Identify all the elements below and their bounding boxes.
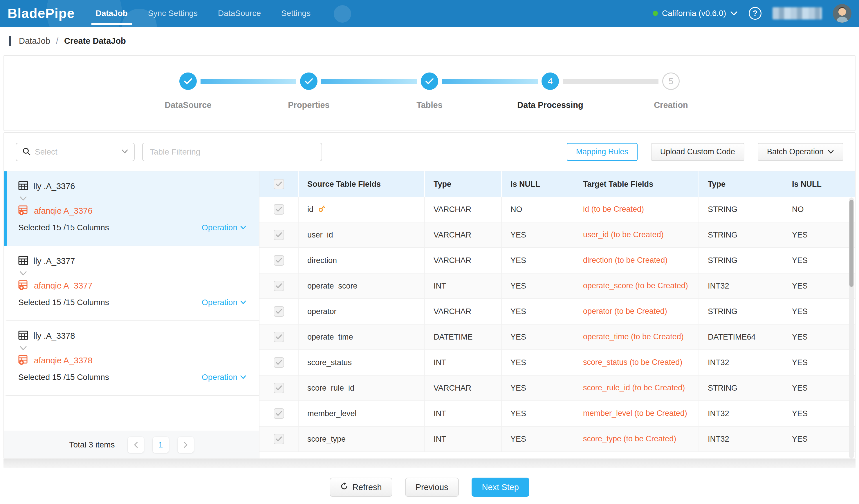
table-add-icon (18, 280, 29, 292)
nav-item-datajob[interactable]: DataJob (91, 0, 132, 27)
row-checkbox[interactable] (274, 332, 284, 342)
nav-decor-circle (334, 5, 351, 22)
table-list-item[interactable]: lly .A_3376 afanqie A_3376 Selected 15 /… (4, 171, 259, 246)
brand-logo[interactable]: BladePipe (7, 5, 75, 21)
previous-button[interactable]: Previous (405, 478, 459, 497)
operation-link[interactable]: Operation (202, 373, 246, 382)
nav-item-settings[interactable]: Settings (277, 0, 315, 27)
field-row: operate_time DATETIME YES operate_time (… (259, 325, 855, 350)
table-icon (18, 181, 28, 192)
target-field-type: STRING (699, 197, 783, 222)
prev-page-button[interactable] (128, 437, 144, 453)
help-icon[interactable]: ? (749, 7, 762, 20)
row-checkbox[interactable] (274, 230, 284, 240)
table-icon (18, 255, 28, 267)
expand-chevron-icon[interactable] (19, 196, 246, 202)
step-data-processing: 4 Data Processing (542, 73, 559, 90)
row-checkbox[interactable] (274, 255, 284, 266)
operation-link[interactable]: Operation (202, 223, 246, 232)
blurred-username (772, 7, 822, 19)
target-field-name: user_id (to be Created) (574, 222, 699, 247)
selected-columns-label: Selected 15 /15 Columns (18, 298, 109, 307)
breadcrumb-parent-link[interactable]: DataJob (19, 36, 50, 46)
user-avatar[interactable] (833, 4, 852, 22)
row-checkbox[interactable] (274, 306, 284, 317)
row-checkbox[interactable] (274, 281, 284, 291)
target-field-type: STRING (699, 376, 783, 400)
source-is-null: YES (502, 299, 574, 324)
step-number-circle: 5 (662, 73, 680, 90)
target-field-name: operate_time (to be Created) (574, 325, 699, 349)
chevron-down-icon (730, 11, 738, 16)
select-all-checkbox[interactable] (274, 179, 284, 189)
col-header-target-field: Target Table Fields (574, 171, 699, 197)
row-checkbox[interactable] (274, 383, 284, 393)
nav-item-sync-settings[interactable]: Sync Settings (144, 0, 202, 27)
source-field-type: VARCHAR (425, 222, 502, 247)
step-label: Properties (288, 100, 329, 110)
breadcrumb: DataJob / Create DataJob (0, 27, 859, 55)
expand-chevron-icon[interactable] (19, 271, 246, 277)
target-table-name: afanqie A_3378 (34, 356, 93, 365)
field-row: member_level INT YES member_level (to be… (259, 401, 855, 427)
target-field-type: STRING (699, 299, 783, 324)
source-field-name: member_level (307, 409, 357, 418)
table-filter-input[interactable] (142, 143, 322, 161)
step-connector (442, 79, 538, 84)
row-checkbox[interactable] (274, 204, 284, 215)
refresh-button[interactable]: Refresh (330, 478, 392, 497)
source-field-type: INT (425, 350, 502, 375)
nav-item-datasource[interactable]: DataSource (214, 0, 265, 27)
table-list-item[interactable]: lly .A_3378 afanqie A_3378 Selected 15 /… (4, 321, 259, 396)
source-field-name: score_status (307, 358, 352, 367)
source-is-null: YES (502, 427, 574, 452)
row-checkbox[interactable] (274, 408, 284, 419)
source-is-null: YES (502, 222, 574, 247)
field-row: operator VARCHAR YES operator (to be Cre… (259, 299, 855, 325)
page-title: Create DataJob (64, 36, 126, 46)
target-field-type: INT32 (699, 350, 783, 375)
target-field-name: direction (to be Created) (574, 248, 699, 273)
target-field-type: STRING (699, 248, 783, 273)
step-connector (200, 79, 296, 84)
select-dropdown[interactable]: Select (16, 143, 135, 161)
step-connector (321, 79, 417, 84)
batch-operation-button[interactable]: Batch Operation (758, 143, 843, 161)
table-add-icon (18, 355, 29, 366)
scrollbar-thumb[interactable] (849, 200, 854, 287)
expand-chevron-icon[interactable] (19, 346, 246, 352)
target-field-name: score_type (to be Created) (574, 427, 699, 452)
next-page-button[interactable] (178, 437, 194, 453)
field-row: score_type INT YES score_type (to be Cre… (259, 427, 855, 452)
target-field-name: operate_score (to be Created) (574, 273, 699, 298)
refresh-icon (340, 482, 348, 492)
region-selector[interactable]: California (v0.6.0) (653, 9, 738, 18)
upload-custom-code-button[interactable]: Upload Custom Code (651, 143, 744, 161)
target-is-null: YES (783, 248, 855, 273)
table-list-item[interactable]: lly .A_3377 afanqie A_3377 Selected 15 /… (4, 246, 259, 321)
clipped-row (259, 452, 855, 458)
target-is-null: NO (783, 197, 855, 222)
operation-link[interactable]: Operation (202, 298, 246, 307)
next-step-button[interactable]: Next Step (471, 478, 529, 497)
page-number-button[interactable]: 1 (153, 437, 169, 453)
step-datasource: DataSource (179, 73, 197, 90)
source-field-type: INT (425, 427, 502, 452)
pagination: Total 3 items 1 (4, 431, 259, 458)
col-header-target-type: Type (699, 171, 783, 197)
row-checkbox[interactable] (274, 357, 284, 368)
step-label: Tables (417, 100, 442, 110)
breadcrumb-separator: / (56, 36, 58, 46)
row-checkbox[interactable] (274, 434, 284, 444)
nav-menu: DataJob Sync Settings DataSource Setting… (91, 0, 315, 27)
step-label: Creation (654, 100, 688, 110)
region-label: California (v0.6.0) (662, 9, 726, 18)
target-field-type: STRING (699, 222, 783, 247)
target-field-name: operator (to be Created) (574, 299, 699, 324)
step-tables: Tables (421, 73, 438, 90)
step-check-circle (300, 73, 317, 90)
mapping-rules-button[interactable]: Mapping Rules (567, 143, 637, 161)
source-field-name: operate_time (307, 333, 353, 342)
source-field-type: VARCHAR (425, 248, 502, 273)
vertical-scrollbar (849, 198, 854, 458)
